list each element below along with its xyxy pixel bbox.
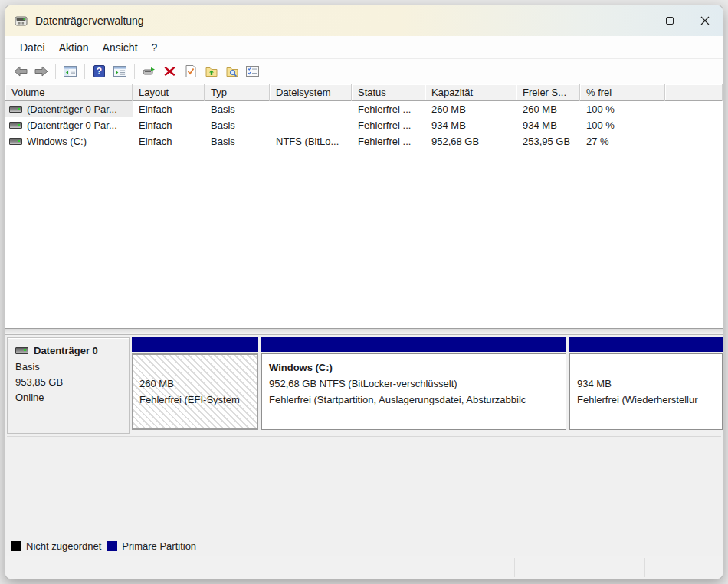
cell-kapazitaet: 934 MB	[425, 117, 516, 133]
cell-typ: Basis	[205, 133, 270, 149]
minimize-icon	[631, 21, 639, 21]
legend-primary-label: Primäre Partition	[122, 540, 196, 552]
partition-recovery[interactable]: 934 MB Fehlerfrei (Wiederherstellur	[569, 337, 723, 434]
pane-splitter[interactable]	[5, 328, 723, 335]
partition-name	[139, 359, 254, 376]
cell-freier-speicher: 934 MB	[516, 117, 580, 133]
open-up-icon	[205, 66, 218, 77]
column-header-dateisystem[interactable]: Dateisystem	[270, 84, 352, 101]
rescan-disks-button[interactable]	[139, 61, 159, 81]
partition-color-bar	[132, 337, 258, 352]
cell-dateisystem	[270, 117, 352, 133]
cell-status: Fehlerfrei ...	[352, 101, 425, 117]
statusbar-separator	[514, 558, 515, 577]
graphical-view-pane: Datenträger 0 Basis 953,85 GB Online 260…	[5, 335, 723, 536]
partition-recovery-box[interactable]: 934 MB Fehlerfrei (Wiederherstellur	[569, 353, 723, 430]
explore-icon	[226, 66, 238, 77]
minimize-button[interactable]	[617, 5, 652, 36]
column-header-layout[interactable]: Layout	[133, 84, 205, 101]
partition-status: Fehlerfrei (Startpartition, Auslagerungs…	[269, 392, 562, 408]
disk-management-app-icon	[15, 15, 28, 27]
close-button[interactable]	[687, 5, 723, 36]
delete-icon	[164, 66, 175, 77]
cell-layout: Einfach	[133, 117, 205, 133]
menu-bar: Datei Aktion Ansicht ?	[5, 36, 723, 59]
cell-dateisystem	[270, 101, 352, 117]
rescan-disks-icon	[143, 66, 156, 77]
maximize-button[interactable]	[652, 5, 687, 36]
action-pane-icon	[113, 66, 126, 77]
volume-list-pane: Volume Layout Typ Dateisystem Status Kap…	[5, 84, 723, 328]
cell-status: Fehlerfrei ...	[352, 133, 425, 149]
volume-icon	[9, 138, 22, 145]
toolbar-separator	[134, 64, 135, 79]
partition-color-bar	[569, 337, 723, 352]
unallocated-swatch	[11, 541, 21, 551]
cell-layout: Einfach	[133, 101, 205, 117]
maximize-icon	[666, 17, 674, 25]
table-row[interactable]: Windows (C:) Einfach Basis NTFS (BitLo..…	[5, 133, 723, 149]
column-header-prozent-frei[interactable]: % frei	[580, 84, 665, 101]
table-header-row: Volume Layout Typ Dateisystem Status Kap…	[5, 84, 723, 101]
volume-icon	[9, 106, 22, 113]
cell-dateisystem: NTFS (BitLo...	[270, 133, 352, 149]
cell-typ: Basis	[205, 101, 270, 117]
delete-button[interactable]	[159, 61, 180, 81]
disk-size: 953,85 GB	[15, 375, 126, 390]
help-icon: ?	[93, 65, 105, 77]
open-up-button[interactable]	[201, 61, 221, 81]
check-properties-button[interactable]	[180, 61, 201, 81]
cell-typ: Basis	[205, 117, 270, 133]
column-header-typ[interactable]: Typ	[205, 84, 270, 101]
window-title: Datenträgerverwaltung	[35, 15, 144, 27]
column-header-freier-speicher[interactable]: Freier S...	[516, 84, 580, 101]
partition-size: 952,68 GB NTFS (BitLocker-verschlüsselt)	[269, 376, 562, 392]
table-row[interactable]: (Datenträger 0 Par... Einfach Basis Fehl…	[5, 117, 723, 133]
disk-name: Datenträger 0	[34, 345, 98, 356]
properties-list-icon	[246, 66, 259, 77]
menu-aktion[interactable]: Aktion	[52, 39, 96, 56]
menu-datei[interactable]: Datei	[13, 39, 52, 56]
legend-bar: Nicht zugeordnet Primäre Partition	[5, 536, 723, 556]
action-pane-button[interactable]	[110, 61, 130, 81]
cell-kapazitaet: 952,68 GB	[425, 133, 516, 149]
partition-name: Windows (C:)	[269, 359, 562, 376]
partition-efi[interactable]: 260 MB Fehlerfrei (EFI-System	[132, 337, 258, 434]
menu-ansicht[interactable]: Ansicht	[96, 39, 145, 56]
toolbar: ?	[5, 59, 723, 84]
table-row[interactable]: (Datenträger 0 Par... Einfach Basis Fehl…	[5, 101, 723, 117]
properties-list-button[interactable]	[242, 61, 263, 81]
back-button[interactable]	[10, 61, 31, 81]
help-button[interactable]: ?	[89, 61, 110, 81]
partition-size: 934 MB	[577, 376, 719, 392]
partition-windows-c[interactable]: Windows (C:) 952,68 GB NTFS (BitLocker-v…	[261, 337, 566, 434]
toolbar-separator	[84, 64, 85, 79]
cell-status: Fehlerfrei ...	[352, 117, 425, 133]
explore-button[interactable]	[221, 61, 242, 81]
column-header-empty	[665, 84, 723, 101]
cell-volume: Windows (C:)	[27, 133, 87, 149]
partition-windows-c-box[interactable]: Windows (C:) 952,68 GB NTFS (BitLocker-v…	[261, 353, 566, 430]
menu-hilfe[interactable]: ?	[145, 39, 165, 56]
primary-partition-swatch	[107, 541, 117, 551]
disk-icon	[15, 347, 28, 354]
cell-freier-speicher: 260 MB	[516, 101, 580, 117]
forward-icon	[34, 66, 48, 77]
partition-size: 260 MB	[139, 376, 254, 392]
statusbar-separator	[644, 558, 645, 577]
check-properties-icon	[185, 65, 196, 77]
partition-color-bar	[261, 337, 566, 352]
title-bar[interactable]: Datenträgerverwaltung	[5, 5, 723, 36]
cell-volume: (Datenträger 0 Par...	[27, 117, 117, 133]
console-tree-button[interactable]	[60, 61, 80, 81]
column-header-status[interactable]: Status	[352, 84, 425, 101]
partition-status: Fehlerfrei (EFI-System	[139, 392, 254, 408]
partition-efi-box[interactable]: 260 MB Fehlerfrei (EFI-System	[132, 353, 258, 430]
cell-volume: (Datenträger 0 Par...	[27, 101, 117, 117]
partition-status: Fehlerfrei (Wiederherstellur	[577, 392, 719, 408]
forward-button[interactable]	[31, 61, 51, 81]
disk-0-info-panel[interactable]: Datenträger 0 Basis 953,85 GB Online	[7, 337, 130, 434]
column-header-volume[interactable]: Volume	[5, 84, 133, 101]
back-icon	[14, 66, 28, 77]
column-header-kapazitaet[interactable]: Kapazität	[425, 84, 516, 101]
